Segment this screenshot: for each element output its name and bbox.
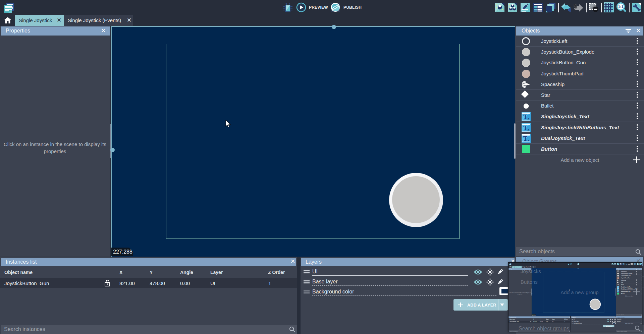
- svg-text:x: x: [528, 138, 530, 142]
- svg-text:x: x: [528, 127, 530, 131]
- svg-text:x: x: [528, 116, 530, 120]
- svg-text:1:1: 1:1: [618, 5, 624, 9]
- svg-text:T: T: [523, 135, 528, 142]
- svg-text:T: T: [523, 124, 528, 131]
- svg-text:T: T: [523, 113, 528, 120]
